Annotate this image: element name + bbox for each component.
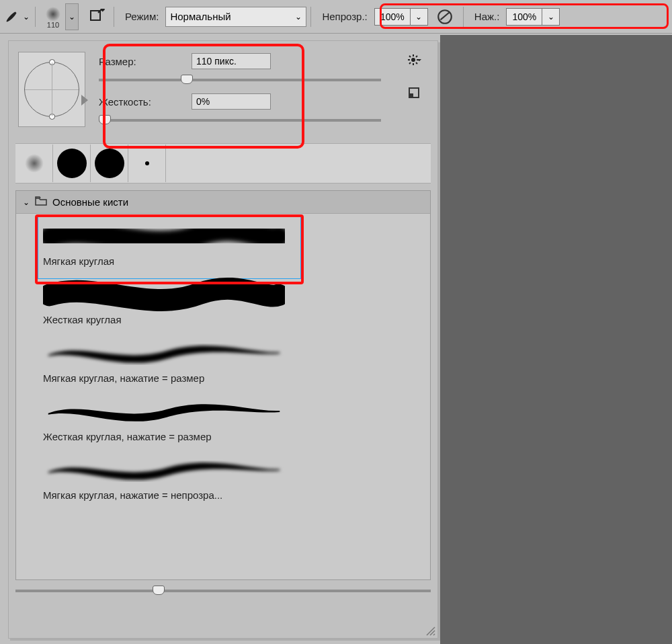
recent-brush-4[interactable] — [128, 145, 166, 182]
size-slider[interactable] — [99, 79, 381, 81]
opacity-pressure-toggle-icon[interactable] — [436, 8, 454, 26]
canvas-area[interactable] — [440, 35, 672, 644]
svg-line-11 — [416, 56, 417, 57]
brush-list: ⌄ Основные кисти Мягкая круглая Жесткая … — [15, 190, 431, 580]
brush-preset-panel: Размер: 110 пикс. Жесткость: 0% — [8, 40, 438, 639]
resize-grip-icon[interactable] — [423, 623, 436, 637]
brush-preview-picker[interactable]: 110 ⌄ — [42, 3, 79, 30]
divider — [35, 7, 36, 27]
opacity-label: Непрозр.: — [322, 11, 367, 22]
size-input[interactable]: 110 пикс. — [192, 53, 271, 69]
hardness-slider[interactable] — [99, 119, 381, 122]
preview-size-slider[interactable] — [15, 590, 431, 592]
brush-name: Мягкая круглая, нажатие = непрозра... — [43, 489, 421, 501]
brush-preview-dropdown[interactable]: ⌄ — [65, 3, 79, 30]
brush-preset-item[interactable]: Мягкая круглая, нажатие = размер — [16, 331, 430, 389]
brush-preset-item[interactable]: Жесткая круглая — [16, 272, 430, 331]
options-toolbar: ⌄ 110 ⌄ Режим: Нормальный ⌄ Непрозр.: 10… — [0, 0, 672, 34]
flow-label: Наж.: — [474, 11, 500, 22]
gear-icon[interactable] — [407, 52, 423, 68]
brush-name: Жесткая круглая, нажатие = размер — [43, 431, 421, 442]
arrow-right-icon — [81, 95, 88, 106]
brush-stroke-preview — [43, 333, 421, 371]
brush-preset-item[interactable]: Мягкая круглая, нажатие = непрозра... — [16, 448, 430, 506]
recent-brush-empty — [166, 145, 204, 182]
brush-stroke-preview — [43, 392, 421, 430]
size-label: Размер: — [99, 56, 183, 67]
brush-group-header[interactable]: ⌄ Основные кисти — [16, 191, 430, 214]
folder-icon — [35, 196, 47, 208]
opacity-input[interactable]: 100% — [374, 8, 411, 26]
svg-line-16 — [433, 634, 435, 635]
brush-preset-item[interactable]: Жесткая круглая, нажатие = размер — [16, 389, 430, 448]
opacity-dropdown[interactable]: ⌄ — [411, 8, 428, 26]
brush-stroke-preview — [43, 450, 421, 488]
brush-name: Жесткая круглая — [43, 314, 421, 325]
brush-stroke-preview — [43, 275, 421, 313]
recent-brushes-row — [15, 143, 431, 184]
svg-line-10 — [409, 63, 411, 64]
divider — [310, 7, 311, 27]
flow-input[interactable]: 100% — [506, 8, 542, 26]
brush-preview-thumb: 110 — [42, 4, 64, 30]
mode-label: Режим: — [125, 11, 159, 22]
recent-brush-2[interactable] — [53, 145, 91, 182]
svg-line-9 — [416, 63, 417, 64]
svg-point-3 — [411, 58, 415, 62]
hardness-input[interactable]: 0% — [192, 93, 271, 110]
brush-stroke-preview — [43, 216, 421, 254]
divider — [463, 7, 464, 27]
blend-mode-value: Нормальный — [170, 11, 230, 22]
brush-angle-control[interactable] — [18, 52, 85, 127]
recent-brush-1[interactable] — [15, 145, 53, 182]
chevron-down-icon: ⌄ — [23, 198, 30, 207]
brush-tool-icon[interactable] — [4, 9, 19, 24]
brush-settings-panel-button[interactable] — [87, 7, 107, 27]
recent-brush-3[interactable] — [91, 145, 128, 182]
blend-mode-select[interactable]: Нормальный ⌄ — [165, 7, 306, 27]
brush-preset-item[interactable]: Мягкая круглая — [16, 214, 430, 272]
chevron-down-icon: ⌄ — [295, 12, 302, 22]
divider — [114, 7, 114, 27]
brush-size-label-small: 110 — [47, 21, 59, 29]
svg-line-8 — [409, 56, 411, 57]
flow-dropdown[interactable]: ⌄ — [542, 8, 560, 26]
hardness-label: Жесткость: — [99, 96, 183, 108]
brush-name: Мягкая круглая, нажатие = размер — [43, 372, 421, 384]
tool-dropdown-arrow[interactable]: ⌄ — [22, 9, 31, 25]
new-preset-icon[interactable] — [407, 85, 423, 102]
brush-name: Мягкая круглая — [43, 255, 421, 267]
brush-group-name: Основные кисти — [52, 196, 128, 208]
svg-rect-13 — [409, 93, 413, 97]
